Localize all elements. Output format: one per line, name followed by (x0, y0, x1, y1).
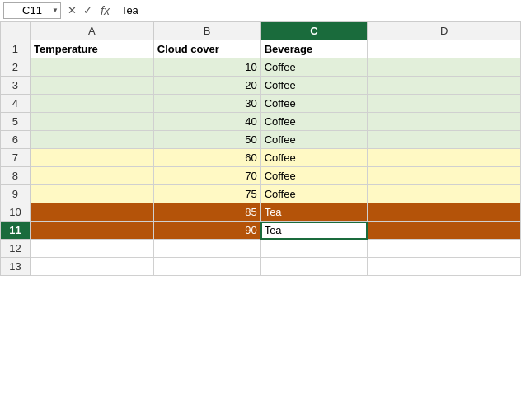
cell-D10[interactable] (368, 203, 521, 222)
name-box-arrow-icon[interactable]: ▼ (52, 7, 59, 14)
cell-D6[interactable] (368, 131, 521, 149)
cell-B3[interactable]: 20 (153, 77, 260, 95)
cell-A6[interactable] (30, 131, 153, 149)
cell-B9[interactable]: 75 (153, 185, 260, 203)
table-row: 870Coffee (1, 167, 521, 185)
cell-D3[interactable] (368, 77, 521, 95)
cell-C9[interactable]: Coffee (260, 185, 368, 203)
cell-C10[interactable]: Tea (260, 203, 368, 222)
cell-C8[interactable]: Coffee (260, 167, 368, 185)
formula-bar: C11 ▼ ✕ ✓ fx (0, 0, 521, 21)
cell-A2[interactable] (30, 58, 153, 77)
col-header-a[interactable]: A (30, 22, 153, 40)
table-row: 320Coffee (1, 77, 521, 95)
cell-C4[interactable]: Coffee (260, 95, 368, 113)
row-number: 1 (1, 40, 31, 58)
cell-A5[interactable] (30, 113, 153, 131)
row-number: 12 (1, 240, 31, 258)
table-row: 540Coffee (1, 113, 521, 131)
cell-A11[interactable] (30, 222, 153, 240)
confirm-icon[interactable]: ✓ (82, 4, 94, 16)
cell-A13[interactable] (30, 258, 153, 276)
cell-B7[interactable]: 60 (153, 149, 260, 167)
row-number: 2 (1, 58, 31, 77)
spreadsheet-grid: A B C D 1TemperatureCloud coverBeverage2… (0, 21, 521, 276)
row-number: 8 (1, 167, 31, 185)
cell-B1[interactable]: Cloud cover (153, 40, 260, 58)
cell-A12[interactable] (30, 240, 153, 258)
cell-D4[interactable] (368, 95, 521, 113)
cell-B2[interactable]: 10 (153, 58, 260, 77)
formula-bar-controls: ✕ ✓ fx (63, 4, 116, 17)
row-number: 13 (1, 258, 31, 276)
table-row: 760Coffee (1, 149, 521, 167)
cell-B5[interactable]: 40 (153, 113, 260, 131)
column-headers-row: A B C D (1, 22, 521, 40)
table-row: 210Coffee (1, 58, 521, 77)
cell-A3[interactable] (30, 77, 153, 95)
cell-C3[interactable]: Coffee (260, 77, 368, 95)
row-number: 7 (1, 149, 31, 167)
cell-C7[interactable]: Coffee (260, 149, 368, 167)
col-header-b[interactable]: B (153, 22, 260, 40)
row-number: 10 (1, 203, 31, 222)
cancel-icon[interactable]: ✕ (66, 4, 78, 16)
table-row: 1085Tea (1, 203, 521, 222)
cell-D1[interactable] (368, 40, 521, 58)
cell-C1[interactable]: Beverage (260, 40, 368, 58)
cell-D12[interactable] (368, 240, 521, 258)
table-row: 12 (1, 240, 521, 258)
grid-table: A B C D 1TemperatureCloud coverBeverage2… (0, 21, 521, 276)
fx-label: fx (97, 4, 113, 17)
cell-D7[interactable] (368, 149, 521, 167)
table-row: 1TemperatureCloud coverBeverage (1, 40, 521, 58)
row-number: 4 (1, 95, 31, 113)
table-row: 13 (1, 258, 521, 276)
name-box[interactable]: C11 ▼ (3, 2, 61, 19)
cell-A8[interactable] (30, 167, 153, 185)
table-row: 1190Tea (1, 222, 521, 240)
cell-A1[interactable]: Temperature (30, 40, 153, 58)
name-box-value: C11 (22, 4, 42, 16)
cell-C11[interactable]: Tea (260, 222, 368, 240)
cell-D2[interactable] (368, 58, 521, 77)
cell-A9[interactable] (30, 185, 153, 203)
cell-B8[interactable]: 70 (153, 167, 260, 185)
table-row: 650Coffee (1, 131, 521, 149)
cell-B13[interactable] (153, 258, 260, 276)
corner-header (1, 22, 31, 40)
cell-D13[interactable] (368, 258, 521, 276)
cell-D11[interactable] (368, 222, 521, 240)
cell-B10[interactable]: 85 (153, 203, 260, 222)
cell-C6[interactable]: Coffee (260, 131, 368, 149)
col-header-d[interactable]: D (368, 22, 521, 40)
row-number: 11 (1, 222, 31, 240)
row-number: 5 (1, 113, 31, 131)
cell-A7[interactable] (30, 149, 153, 167)
cell-B6[interactable]: 50 (153, 131, 260, 149)
cell-B11[interactable]: 90 (153, 222, 260, 240)
col-header-c[interactable]: C (260, 22, 368, 40)
cell-C12[interactable] (260, 240, 368, 258)
cell-C13[interactable] (260, 258, 368, 276)
table-row: 430Coffee (1, 95, 521, 113)
cell-D5[interactable] (368, 113, 521, 131)
row-number: 6 (1, 131, 31, 149)
row-number: 3 (1, 77, 31, 95)
cell-C5[interactable]: Coffee (260, 113, 368, 131)
formula-input[interactable] (118, 4, 518, 16)
table-row: 975Coffee (1, 185, 521, 203)
cell-D8[interactable] (368, 167, 521, 185)
cell-B4[interactable]: 30 (153, 95, 260, 113)
cell-A10[interactable] (30, 203, 153, 222)
cell-B12[interactable] (153, 240, 260, 258)
cell-A4[interactable] (30, 95, 153, 113)
cell-D9[interactable] (368, 185, 521, 203)
row-number: 9 (1, 185, 31, 203)
cell-C2[interactable]: Coffee (260, 58, 368, 77)
